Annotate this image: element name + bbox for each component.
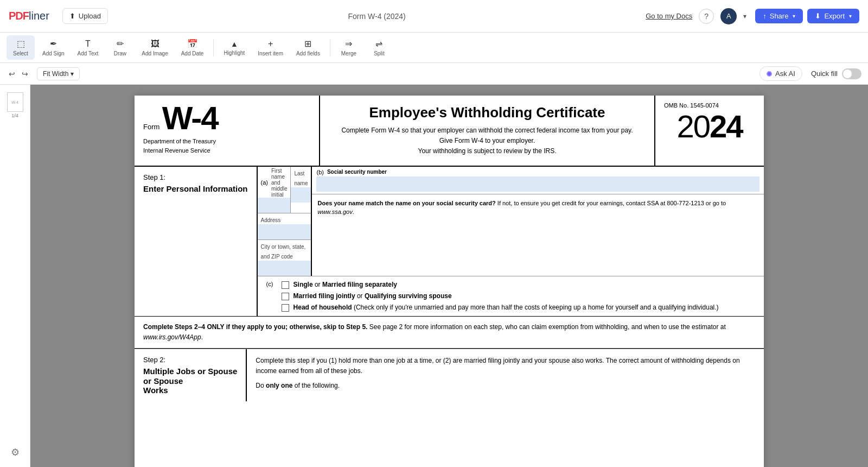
first-name-input[interactable] [258,198,291,213]
quick-fill-area: Quick fill [811,68,861,79]
address-input[interactable] [258,224,311,239]
city-label: City or town, state, and ZIP code [261,244,306,260]
year-24: 24 [710,109,743,144]
share-label: Share [770,12,789,20]
document-viewer[interactable]: Form W-4 Department of the Treasury Inte… [30,85,868,467]
form-number: W-4 [162,100,218,136]
step1-num: Step 1: [143,173,248,181]
checkbox-row-1: (c) Single or Married filing separately [266,281,755,289]
add-fields-tool[interactable]: ⊞ Add fields [291,35,326,60]
left-sidebar: W-4 1/4 ⚙ [0,85,30,467]
dept-line1: Department of the Treasury [143,137,310,146]
doc-title: Form W-4 (2024) [117,12,637,21]
go-to-docs-link[interactable]: Go to my Docs [646,12,692,20]
first-name-label: First name and middle initial [271,168,287,198]
step2-title: Multiple Jobs or Spouse [143,366,237,377]
step2-title-second: or Spouse [143,376,237,386]
split-label: Split [374,51,384,56]
filing-status-section: (c) Single or Married filing separately … [258,276,764,316]
checkbox3-text: Head of household (Check only if you're … [293,304,719,311]
ai-icon [767,71,772,77]
step2-desc1: Complete this step if you (1) hold more … [256,356,755,376]
insert-item-tool[interactable]: + Insert item [252,36,289,60]
ssn-cell: (b) Social security number [312,167,764,194]
checkbox-single[interactable] [282,281,289,289]
merge-tool[interactable]: ⇒ Merge [335,35,363,60]
add-sign-tool[interactable]: ✒ Add Sign [37,35,70,60]
city-input[interactable] [258,261,311,276]
dept-line2: Internal Revenue Service [143,146,310,155]
toggle-knob [843,70,852,78]
checkbox-married-jointly[interactable] [282,293,289,300]
year-20: 20 [676,109,710,144]
step2-title-third: Works [143,386,237,395]
ask-ai-button[interactable]: Ask AI [760,66,802,81]
draw-label: Draw [114,51,126,56]
step1-content: (a) First name and middle initial Last n… [258,167,764,316]
step1-row: Step 1: Enter Personal Information [135,167,764,317]
toolbar-separator-2 [330,39,330,56]
highlight-tool[interactable]: ▲ Highlight [218,36,250,59]
dept-info: Department of the Treasury Internal Reve… [143,137,310,155]
year-display: 2024 [664,111,755,142]
draw-icon: ✏ [117,39,124,49]
help-button[interactable]: ? [699,9,714,24]
top-fields-row: (a) First name and middle initial Last n… [258,167,764,276]
highlight-icon: ▲ [231,40,238,48]
draw-tool[interactable]: ✏ Draw [106,35,134,60]
avatar[interactable]: A [720,8,737,24]
step2-row: Step 2: Multiple Jobs or Spouse or Spous… [135,349,764,402]
page-thumbnail-1[interactable]: W-4 1/4 [3,89,27,122]
step1-label: Step 1: Enter Personal Information [135,167,258,316]
page-num-1: 1/4 [11,113,18,118]
ssn-input[interactable] [316,176,760,192]
field-b-label: (b) [316,169,323,175]
add-date-label: Add Date [181,51,204,56]
export-button[interactable]: ⬇ Export ▾ [807,9,859,23]
fit-width-label: Fit Width [43,70,68,78]
address-label: Address [261,217,281,223]
share-icon: ↑ [763,12,767,20]
last-name-cell: Last name [291,167,311,213]
w4-header-left: Form W-4 Department of the Treasury Inte… [135,96,319,166]
subtitle: Complete Form W-4 so that your employer … [329,125,646,157]
upload-icon: ⬆ [69,12,75,20]
share-chevron: ▾ [793,13,795,19]
header-dropdown-arrow[interactable]: ▾ [743,12,746,20]
first-name-cell: (a) First name and middle initial [258,167,291,213]
checkbox-row-2: Married filing jointly or Qualifying sur… [266,292,755,300]
header-right: Go to my Docs ? A ▾ [646,8,746,24]
add-image-tool[interactable]: 🖼 Add Image [136,36,173,60]
subtitle-1: Complete Form W-4 so that your employer … [329,125,646,136]
name-fields: (a) First name and middle initial Last n… [258,167,311,276]
add-sign-label: Add Sign [42,51,65,56]
undo-button[interactable]: ↩ [7,67,17,80]
upload-button[interactable]: ⬆ Upload [62,8,108,24]
quick-fill-toggle[interactable] [842,68,861,79]
insert-label: Insert item [258,51,283,56]
add-date-tool[interactable]: 📅 Add Date [176,35,209,60]
split-tool[interactable]: ⇌ Split [365,35,393,60]
add-image-label: Add Image [142,51,168,56]
highlight-label: Highlight [224,50,245,56]
add-text-tool[interactable]: T Add Text [72,36,104,60]
settings-icon[interactable]: ⚙ [7,442,24,463]
form-word: Form [143,123,159,131]
form-label-row: Form W-4 [143,102,310,135]
redo-button[interactable]: ↪ [20,67,30,80]
checkbox-head-of-household[interactable] [282,304,289,312]
last-name-input[interactable] [291,187,311,203]
document-page: Form W-4 Department of the Treasury Inte… [135,96,764,467]
logo: PDFliner [9,10,49,22]
last-name-label: Last name [294,171,308,186]
w4-header: Form W-4 Department of the Treasury Inte… [135,96,764,167]
fit-width-button[interactable]: Fit Width ▾ [37,67,80,80]
omb-number: OMB No. 1545-0074 [664,102,755,109]
thumb-image-1: W-4 [7,92,23,112]
field-a-label: (a) [261,179,268,186]
image-icon: 🖼 [151,39,159,49]
select-tool[interactable]: ⬚ Select [7,35,35,60]
share-button[interactable]: ↑ Share ▾ [755,9,803,23]
checkbox1-text: Single or Married filing separately [293,281,397,288]
quick-fill-label: Quick fill [811,70,838,78]
